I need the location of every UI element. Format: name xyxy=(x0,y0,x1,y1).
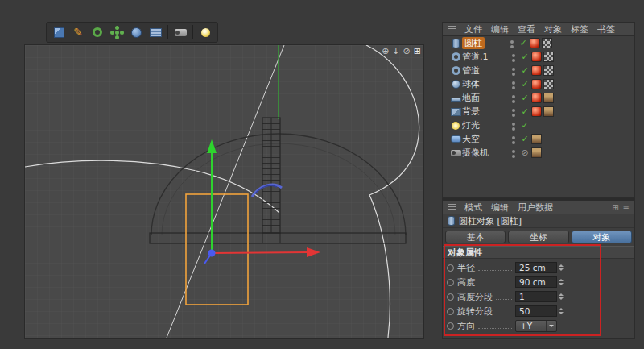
attribute-menubar: 模式 编辑 用户数据 ⊞≣ xyxy=(443,201,634,214)
texture-tag-icon[interactable] xyxy=(531,147,542,158)
material-sphere-icon[interactable] xyxy=(531,106,542,117)
keyframe-circle-icon[interactable] xyxy=(447,308,454,315)
keyframe-circle-icon[interactable] xyxy=(447,293,454,301)
stepper-control[interactable] xyxy=(559,291,564,302)
object-row-cylinder[interactable]: 圆柱 ✓ xyxy=(443,36,634,50)
render-camera-icon[interactable] xyxy=(171,24,189,40)
floor-icon xyxy=(449,94,462,102)
pan-icon[interactable]: ⊕ xyxy=(382,46,389,56)
menu-file[interactable]: 文件 xyxy=(464,23,482,35)
stepper-control[interactable] xyxy=(559,305,564,317)
material-sphere-icon[interactable] xyxy=(530,38,540,48)
menu-bookmarks[interactable]: 书签 xyxy=(597,23,615,35)
array-tool-icon[interactable] xyxy=(108,24,126,40)
dolly-icon[interactable]: ↓ xyxy=(392,46,399,56)
object-label[interactable]: 天空 xyxy=(462,133,509,145)
enabled-check-icon[interactable]: ✓ xyxy=(518,93,531,103)
height-input[interactable]: 90 cm xyxy=(515,276,557,288)
menu-edit[interactable]: 编辑 xyxy=(491,202,509,214)
menu-objects[interactable]: 对象 xyxy=(544,23,562,35)
object-row-floor[interactable]: 地面 ✓ xyxy=(443,91,634,105)
radius-input[interactable]: 25 cm xyxy=(515,262,557,273)
enabled-check-icon[interactable]: ✓ xyxy=(518,52,531,62)
toolbar-separator xyxy=(192,25,193,39)
viewport-canvas[interactable] xyxy=(25,45,423,338)
light-icon xyxy=(449,122,462,130)
texture-tag-icon[interactable] xyxy=(531,134,542,144)
stepper-control[interactable] xyxy=(559,276,564,288)
sky-icon xyxy=(449,135,462,143)
plane-tool-icon[interactable] xyxy=(147,24,164,40)
menu-mode[interactable]: 模式 xyxy=(464,202,482,214)
menu-view[interactable]: 查看 xyxy=(518,23,535,35)
texture-tag-icon[interactable] xyxy=(543,79,554,89)
background-icon xyxy=(449,108,462,116)
panel-option-icon[interactable]: ⊞ xyxy=(612,203,618,212)
object-row-background[interactable]: 背景 ✓ xyxy=(443,105,634,118)
rotate-icon[interactable]: ⊘ xyxy=(403,46,411,56)
object-row-sphere[interactable]: 球体 ✓ xyxy=(443,77,634,91)
texture-tag-icon[interactable] xyxy=(543,106,554,117)
cylinder-icon xyxy=(449,39,462,48)
height-segments-input[interactable]: 1 xyxy=(515,291,557,302)
object-label[interactable]: 地面 xyxy=(462,92,509,104)
orientation-dropdown[interactable]: +Y xyxy=(515,320,557,332)
material-sphere-icon[interactable] xyxy=(531,79,542,89)
keyframe-circle-icon[interactable] xyxy=(447,322,454,330)
keyframe-circle-icon[interactable] xyxy=(447,264,454,272)
object-row-light[interactable]: 灯光 ✓ xyxy=(443,118,634,132)
prop-row-height-segments: 高度分段 1 xyxy=(443,289,634,304)
stepper-control[interactable] xyxy=(559,262,564,273)
spline-pen-icon[interactable]: ✎ xyxy=(69,24,87,40)
material-sphere-icon[interactable] xyxy=(531,52,542,62)
prop-row-rotation-segments: 旋转分段 50 xyxy=(443,304,634,318)
enabled-check-icon[interactable]: ✓ xyxy=(518,120,531,131)
toggle-view-icon[interactable]: ⊞ xyxy=(414,46,421,56)
object-manager: 文件 编辑 查看 对象 标签 书签 圆柱 ✓ 管道.1 ✓ xyxy=(442,22,635,198)
panel-menu-icon[interactable] xyxy=(448,26,456,32)
enabled-check-icon[interactable]: ✓ xyxy=(518,106,531,117)
keyframe-circle-icon[interactable] xyxy=(447,279,454,286)
object-label[interactable]: 圆柱 xyxy=(462,37,485,49)
menu-edit[interactable]: 编辑 xyxy=(491,23,509,35)
panel-menu-icon[interactable] xyxy=(448,204,456,210)
object-row-camera[interactable]: 摄像机 ⊘ xyxy=(443,146,634,160)
panel-lock-icon[interactable]: ≣ xyxy=(623,203,630,212)
texture-tag-icon[interactable] xyxy=(542,38,552,48)
viewport[interactable]: ⊕ ↓ ⊘ ⊞ xyxy=(24,44,424,339)
disabled-icon[interactable]: ⊘ xyxy=(518,147,531,158)
scene-light-icon[interactable] xyxy=(196,24,214,40)
object-label[interactable]: 管道.1 xyxy=(462,51,509,63)
material-sphere-icon[interactable] xyxy=(531,93,542,103)
menu-userdata[interactable]: 用户数据 xyxy=(518,202,553,214)
material-sphere-icon[interactable] xyxy=(531,65,542,76)
enabled-check-icon[interactable]: ✓ xyxy=(518,65,531,76)
object-label[interactable]: 摄像机 xyxy=(462,147,509,159)
prop-row-height: 高度 90 cm xyxy=(443,275,634,289)
deformer-sphere-icon[interactable] xyxy=(127,24,145,40)
cinema4d-window: ✎ ⊕ ↓ ⊘ ⊞ xyxy=(0,0,644,349)
object-label[interactable]: 背景 xyxy=(462,106,509,118)
object-label[interactable]: 灯光 xyxy=(462,119,509,131)
object-label[interactable]: 管道 xyxy=(462,64,509,77)
subdivision-ring-icon[interactable] xyxy=(89,24,106,40)
object-label[interactable]: 球体 xyxy=(462,78,509,90)
prop-row-radius: 半径 25 cm xyxy=(443,260,634,275)
tube-icon xyxy=(449,52,462,61)
enabled-check-icon[interactable]: ✓ xyxy=(518,134,531,144)
texture-tag-icon[interactable] xyxy=(543,93,554,103)
tab-object[interactable]: 对象 xyxy=(572,231,632,243)
rotation-segments-input[interactable]: 50 xyxy=(515,305,557,317)
object-row-tube1[interactable]: 管道.1 ✓ xyxy=(443,50,634,64)
tab-basic[interactable]: 基本 xyxy=(445,231,506,243)
menu-tags[interactable]: 标签 xyxy=(571,23,588,35)
primitive-cube-icon[interactable] xyxy=(50,24,68,40)
enabled-check-icon[interactable]: ✓ xyxy=(517,38,530,48)
texture-tag-icon[interactable] xyxy=(543,52,554,62)
tube-icon xyxy=(449,66,462,75)
enabled-check-icon[interactable]: ✓ xyxy=(518,79,531,89)
texture-tag-icon[interactable] xyxy=(543,65,554,76)
object-row-tube[interactable]: 管道 ✓ xyxy=(443,64,634,77)
tab-coordinates[interactable]: 坐标 xyxy=(508,231,568,243)
object-row-sky[interactable]: 天空 ✓ xyxy=(443,132,634,146)
